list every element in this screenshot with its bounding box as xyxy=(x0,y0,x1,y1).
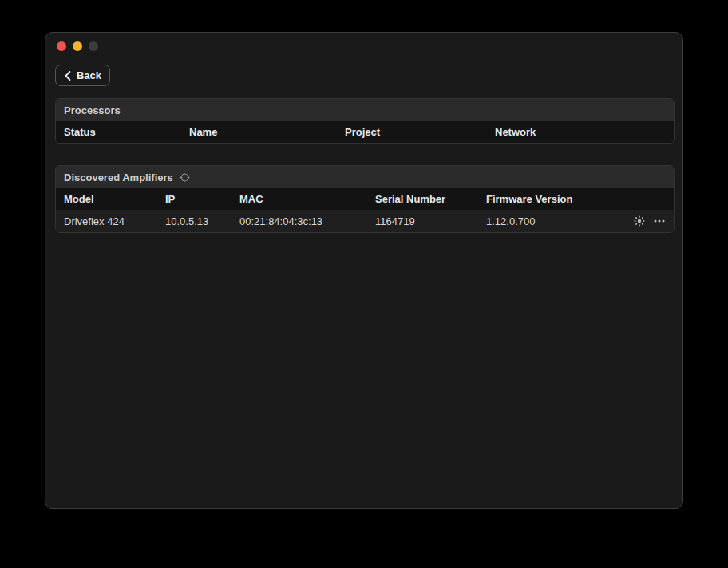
column-header-serial: Serial Number xyxy=(367,193,478,205)
amplifiers-section-header: Discovered Amplifiers xyxy=(56,166,674,188)
back-button[interactable]: Back xyxy=(55,65,110,86)
column-header-project: Project xyxy=(337,126,487,138)
ellipsis-icon xyxy=(653,215,666,227)
amplifier-firmware: 1.12.0.700 xyxy=(486,215,535,227)
amplifier-ip: 10.0.5.13 xyxy=(157,215,231,227)
amplifier-row[interactable]: Driveflex 424 10.0.5.13 00:21:84:04:3c:1… xyxy=(56,210,674,232)
amplifiers-table-header: Model IP MAC Serial Number Firmware Vers… xyxy=(56,188,674,210)
column-header-model: Model xyxy=(56,193,157,205)
refresh-icon xyxy=(180,172,190,183)
chevron-left-icon xyxy=(64,70,72,81)
column-header-network: Network xyxy=(487,126,674,138)
app-window: Back Processors Status Name Project Netw… xyxy=(45,32,683,509)
processors-section-header: Processors xyxy=(56,99,674,121)
processors-title: Processors xyxy=(64,105,121,116)
refresh-amplifiers-button[interactable] xyxy=(180,172,190,183)
column-header-status: Status xyxy=(56,126,181,138)
amplifiers-section: Discovered Amplifiers Model IP MAC Seria… xyxy=(55,165,675,233)
back-button-label: Back xyxy=(77,69,101,81)
amplifiers-title: Discovered Amplifiers xyxy=(64,172,173,183)
amplifier-mac: 00:21:84:04:3c:13 xyxy=(231,215,367,227)
more-options-button[interactable] xyxy=(653,215,666,227)
amplifier-serial: 1164719 xyxy=(367,215,478,227)
column-header-firmware: Firmware Version xyxy=(478,193,674,205)
column-header-name: Name xyxy=(181,126,337,138)
column-header-mac: MAC xyxy=(231,193,367,205)
close-window-button[interactable] xyxy=(57,41,66,51)
zoom-window-button xyxy=(89,41,98,51)
minimize-window-button[interactable] xyxy=(73,41,82,51)
identify-sun-icon xyxy=(633,215,646,227)
amplifier-model: Driveflex 424 xyxy=(56,215,157,227)
titlebar xyxy=(57,41,673,51)
column-header-ip: IP xyxy=(157,193,231,205)
identify-amplifier-button[interactable] xyxy=(633,215,646,227)
processors-section: Processors Status Name Project Network xyxy=(55,98,675,144)
processors-table-header: Status Name Project Network xyxy=(56,121,674,143)
